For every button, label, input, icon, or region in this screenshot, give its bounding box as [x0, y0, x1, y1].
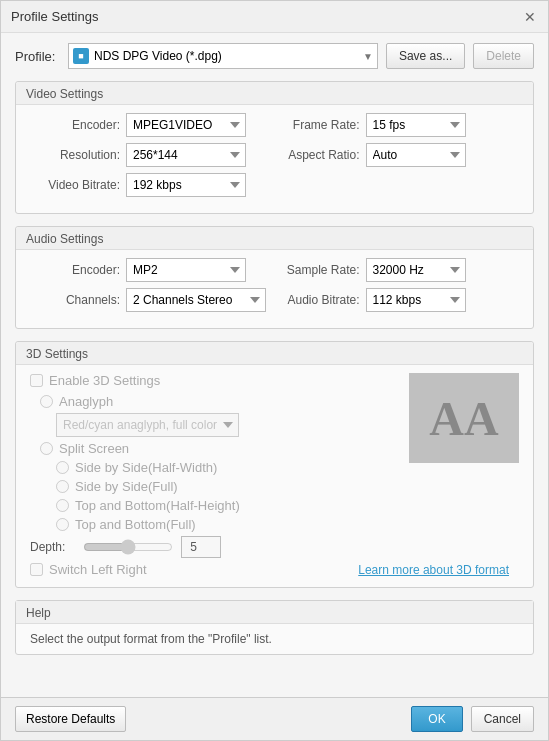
channels-label: Channels:: [30, 293, 120, 307]
switch-lr-label: Switch Left Right: [49, 562, 147, 577]
top-bottom-half-radio[interactable]: [56, 499, 69, 512]
audio-encoder-row: Encoder: MP2: [30, 258, 270, 282]
sample-rate-row: Sample Rate: 32000 Hz: [280, 258, 520, 282]
sample-rate-select[interactable]: 32000 Hz: [366, 258, 466, 282]
vbitrate-select[interactable]: 192 kbps: [126, 173, 246, 197]
top-bottom-half-row: Top and Bottom(Half-Height): [30, 498, 519, 513]
audio-encoder-label: Encoder:: [30, 263, 120, 277]
vbitrate-col: Video Bitrate: 192 kbps: [30, 173, 519, 203]
side-by-side-full-radio[interactable]: [56, 480, 69, 493]
aspect-col: Aspect Ratio: Auto: [280, 143, 520, 173]
main-content: Profile: ■ NDS DPG Video (*.dpg) ▼ Save …: [1, 33, 548, 697]
audio-bitrate-col: Audio Bitrate: 112 kbps: [280, 288, 520, 318]
top-bottom-half-label: Top and Bottom(Half-Height): [75, 498, 240, 513]
audio-settings-body: Encoder: MP2 Sample Rate: 32000 Hz: [16, 250, 533, 328]
side-by-side-full-label: Side by Side(Full): [75, 479, 178, 494]
cancel-button[interactable]: Cancel: [471, 706, 534, 732]
profile-value: NDS DPG Video (*.dpg): [94, 49, 359, 63]
side-by-side-half-radio[interactable]: [56, 461, 69, 474]
switch-lr-checkbox[interactable]: [30, 563, 43, 576]
threed-settings-section: 3D Settings AA Enable 3D Settings Anagly…: [15, 341, 534, 588]
profile-settings-window: Profile Settings ✕ Profile: ■ NDS DPG Vi…: [0, 0, 549, 741]
audio-row1: Encoder: MP2 Sample Rate: 32000 Hz: [30, 258, 519, 288]
profile-dropdown-arrow: ▼: [363, 51, 373, 62]
framerate-label: Frame Rate:: [280, 118, 360, 132]
channels-row: Channels: 2 Channels Stereo: [30, 288, 270, 312]
resolution-col: Resolution: 256*144: [30, 143, 270, 173]
encoder-col: Encoder: MPEG1VIDEO: [30, 113, 270, 143]
encoder-label: Encoder:: [30, 118, 120, 132]
anaglyph-radio[interactable]: [40, 395, 53, 408]
video-settings-section: Video Settings Encoder: MPEG1VIDEO Fra: [15, 81, 534, 214]
video-row2: Resolution: 256*144 Aspect Ratio: Auto: [30, 143, 519, 173]
delete-button[interactable]: Delete: [473, 43, 534, 69]
close-button[interactable]: ✕: [522, 9, 538, 25]
audio-row2: Channels: 2 Channels Stereo Audio Bitrat…: [30, 288, 519, 318]
channels-select[interactable]: 2 Channels Stereo: [126, 288, 266, 312]
framerate-select[interactable]: 15 fps: [366, 113, 466, 137]
split-screen-label: Split Screen: [59, 441, 129, 456]
top-bottom-full-radio[interactable]: [56, 518, 69, 531]
depth-row: Depth:: [30, 536, 519, 558]
threed-settings-body: AA Enable 3D Settings Anaglyph Red/cyan …: [16, 365, 533, 587]
title-bar: Profile Settings ✕: [1, 1, 548, 33]
encoder-row: Encoder: MPEG1VIDEO: [30, 113, 270, 137]
resolution-select[interactable]: 256*144: [126, 143, 246, 167]
audio-settings-section: Audio Settings Encoder: MP2 Sample Rat: [15, 226, 534, 329]
side-by-side-half-label: Side by Side(Half-Width): [75, 460, 217, 475]
footer: Restore Defaults OK Cancel: [1, 697, 548, 740]
profile-select-wrapper[interactable]: ■ NDS DPG Video (*.dpg) ▼: [68, 43, 378, 69]
vbitrate-row: Video Bitrate: 192 kbps: [30, 173, 519, 197]
audio-bitrate-select[interactable]: 112 kbps: [366, 288, 466, 312]
depth-input[interactable]: [181, 536, 221, 558]
split-screen-radio[interactable]: [40, 442, 53, 455]
profile-row: Profile: ■ NDS DPG Video (*.dpg) ▼ Save …: [15, 43, 534, 69]
resolution-label: Resolution:: [30, 148, 120, 162]
aspect-select[interactable]: Auto: [366, 143, 466, 167]
enable-3d-checkbox[interactable]: [30, 374, 43, 387]
channels-col: Channels: 2 Channels Stereo: [30, 288, 270, 318]
video-row1: Encoder: MPEG1VIDEO Frame Rate: 15 fps: [30, 113, 519, 143]
resolution-row: Resolution: 256*144: [30, 143, 270, 167]
help-body: Select the output format from the "Profi…: [16, 624, 533, 654]
aspect-label: Aspect Ratio:: [280, 148, 360, 162]
audio-bitrate-row: Audio Bitrate: 112 kbps: [280, 288, 520, 312]
video-settings-title: Video Settings: [16, 82, 533, 105]
audio-encoder-select[interactable]: MP2: [126, 258, 246, 282]
framerate-row: Frame Rate: 15 fps: [280, 113, 520, 137]
switch-learn-row: Switch Left Right Learn more about 3D fo…: [30, 562, 519, 577]
ok-button[interactable]: OK: [411, 706, 462, 732]
audio-settings-title: Audio Settings: [16, 227, 533, 250]
video-row3: Video Bitrate: 192 kbps: [30, 173, 519, 203]
top-bottom-full-row: Top and Bottom(Full): [30, 517, 519, 532]
depth-slider[interactable]: [83, 539, 173, 555]
restore-defaults-button[interactable]: Restore Defaults: [15, 706, 126, 732]
aa-text: AA: [429, 391, 498, 446]
encoder-select[interactable]: MPEG1VIDEO: [126, 113, 246, 137]
top-bottom-full-label: Top and Bottom(Full): [75, 517, 196, 532]
learn-more-link[interactable]: Learn more about 3D format: [358, 563, 509, 577]
aspect-row: Aspect Ratio: Auto: [280, 143, 520, 167]
audio-encoder-col: Encoder: MP2: [30, 258, 270, 288]
framerate-col: Frame Rate: 15 fps: [280, 113, 520, 143]
audio-bitrate-label: Audio Bitrate:: [280, 293, 360, 307]
sample-rate-label: Sample Rate:: [280, 263, 360, 277]
depth-label: Depth:: [30, 540, 75, 554]
switch-lr-row: Switch Left Right: [30, 562, 147, 577]
anaglyph-type-select[interactable]: Red/cyan anaglyph, full color: [56, 413, 239, 437]
threed-inner: AA Enable 3D Settings Anaglyph Red/cyan …: [30, 373, 519, 577]
sample-rate-col: Sample Rate: 32000 Hz: [280, 258, 520, 288]
video-settings-body: Encoder: MPEG1VIDEO Frame Rate: 15 fps: [16, 105, 533, 213]
profile-label: Profile:: [15, 49, 60, 64]
aa-preview: AA: [409, 373, 519, 463]
enable-3d-label: Enable 3D Settings: [49, 373, 160, 388]
help-section: Help Select the output format from the "…: [15, 600, 534, 655]
help-title: Help: [16, 601, 533, 624]
side-by-side-full-row: Side by Side(Full): [30, 479, 519, 494]
threed-settings-title: 3D Settings: [16, 342, 533, 365]
save-as-button[interactable]: Save as...: [386, 43, 465, 69]
window-title: Profile Settings: [11, 9, 98, 24]
profile-icon: ■: [73, 48, 89, 64]
footer-right-buttons: OK Cancel: [411, 706, 534, 732]
vbitrate-label: Video Bitrate:: [30, 178, 120, 192]
